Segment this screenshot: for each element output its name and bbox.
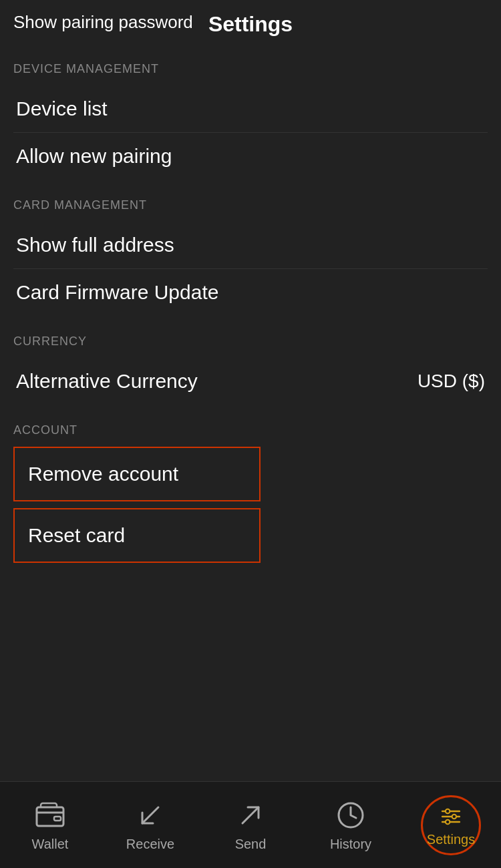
- svg-rect-1: [54, 817, 61, 821]
- account-label: ACCOUNT: [13, 423, 488, 437]
- alt-currency-value: USD ($): [418, 371, 485, 392]
- nav-item-history[interactable]: History: [301, 798, 401, 852]
- svg-point-10: [446, 820, 450, 824]
- receive-icon: [133, 798, 168, 833]
- remove-account-button[interactable]: Remove account: [13, 447, 261, 501]
- bottom-nav: Wallet Receive Send History: [0, 781, 501, 868]
- settings-circle: Settings: [421, 795, 481, 855]
- alt-currency-item[interactable]: Alternative Currency USD ($): [13, 358, 488, 405]
- allow-pairing-label: Allow new pairing: [16, 145, 172, 168]
- settings-icon: [437, 803, 465, 831]
- device-list-item[interactable]: Device list: [13, 85, 488, 133]
- currency-section: CURRENCY Alternative Currency USD ($): [0, 316, 501, 405]
- send-icon: [233, 798, 268, 833]
- device-management-section: DEVICE MANAGEMENT Device list Allow new …: [0, 43, 501, 180]
- allow-pairing-item[interactable]: Allow new pairing: [13, 133, 488, 180]
- nav-item-send[interactable]: Send: [200, 798, 301, 852]
- svg-line-3: [242, 807, 259, 823]
- svg-line-2: [142, 807, 158, 823]
- card-management-label: CARD MANAGEMENT: [13, 198, 488, 212]
- show-pairing-link[interactable]: Show pairing password: [13, 12, 193, 33]
- currency-label: CURRENCY: [13, 335, 488, 349]
- card-management-section: CARD MANAGEMENT Show full address Card F…: [0, 180, 501, 316]
- send-nav-label: Send: [235, 837, 267, 852]
- device-management-label: DEVICE MANAGEMENT: [13, 62, 488, 76]
- history-icon: [333, 798, 368, 833]
- alt-currency-label: Alternative Currency: [16, 370, 198, 393]
- account-section: ACCOUNT Remove account Reset card: [0, 405, 501, 563]
- top-bar: Show pairing password Settings: [0, 0, 501, 43]
- firmware-update-item[interactable]: Card Firmware Update: [13, 269, 488, 316]
- nav-item-wallet[interactable]: Wallet: [0, 798, 100, 852]
- show-address-label: Show full address: [16, 234, 174, 256]
- nav-item-receive[interactable]: Receive: [100, 798, 200, 852]
- svg-point-8: [446, 809, 450, 813]
- show-address-item[interactable]: Show full address: [13, 222, 488, 269]
- wallet-icon: [33, 798, 67, 833]
- device-list-label: Device list: [16, 97, 108, 120]
- firmware-update-label: Card Firmware Update: [16, 281, 218, 304]
- nav-item-settings[interactable]: Settings: [401, 795, 501, 855]
- wallet-nav-label: Wallet: [32, 837, 69, 852]
- settings-nav-label: Settings: [427, 832, 475, 847]
- reset-card-button[interactable]: Reset card: [13, 508, 261, 563]
- page-title: Settings: [208, 12, 293, 36]
- history-nav-label: History: [330, 837, 371, 852]
- receive-nav-label: Receive: [126, 837, 174, 852]
- svg-point-9: [452, 815, 456, 819]
